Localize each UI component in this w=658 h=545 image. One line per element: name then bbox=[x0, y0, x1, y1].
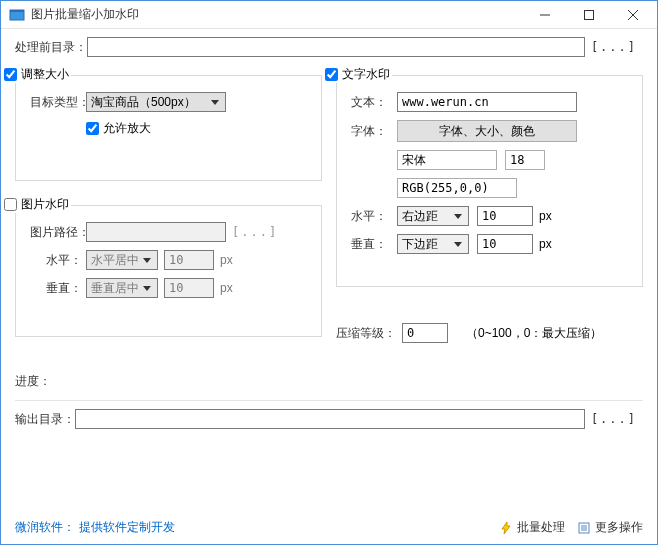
maximize-button[interactable] bbox=[567, 1, 611, 28]
image-wm-legend-text: 图片水印 bbox=[21, 196, 69, 213]
window-title: 图片批量缩小加水印 bbox=[31, 6, 523, 23]
image-wm-group: 图片水印 图片路径： [...] 水平： 水平居中 px 垂直： bbox=[15, 205, 322, 337]
text-wm-font-button[interactable]: 字体、大小、颜色 bbox=[397, 120, 577, 142]
content: 处理前目录： [...] 调整大小 目标类型： 淘宝商品（500px） bbox=[1, 29, 657, 513]
text-wm-checkbox[interactable] bbox=[325, 68, 338, 81]
text-wm-font-label: 字体： bbox=[351, 123, 397, 140]
image-wm-legend: 图片水印 bbox=[2, 196, 71, 213]
allow-enlarge-row: 允许放大 bbox=[86, 120, 309, 137]
input-dir-field[interactable] bbox=[87, 37, 585, 57]
image-wm-h-px: px bbox=[220, 253, 233, 267]
output-dir-label: 输出目录： bbox=[15, 411, 75, 428]
output-dir-row: 输出目录： [...] bbox=[15, 409, 643, 429]
text-wm-group: 文字水印 文本： 字体： 字体、大小、颜色 宋体 18 bbox=[336, 75, 643, 287]
resize-type-select[interactable]: 淘宝商品（500px） bbox=[86, 92, 226, 112]
text-wm-v-label: 垂直： bbox=[351, 236, 397, 253]
input-dir-label: 处理前目录： bbox=[15, 39, 87, 56]
window-root: 图片批量缩小加水印 处理前目录： [...] 调整大小 目标类型： bbox=[0, 0, 658, 545]
image-wm-v-row: 垂直： 垂直居中 px bbox=[30, 278, 309, 298]
text-wm-v-offset[interactable] bbox=[477, 234, 533, 254]
image-wm-browse: [...] bbox=[226, 222, 284, 242]
text-wm-text-row: 文本： bbox=[351, 92, 630, 112]
window-controls bbox=[523, 1, 655, 28]
image-wm-v-px: px bbox=[220, 281, 233, 295]
right-column: 文字水印 文本： 字体： 字体、大小、颜色 宋体 18 bbox=[336, 69, 643, 351]
resize-group: 调整大小 目标类型： 淘宝商品（500px） 允许放大 bbox=[15, 75, 322, 181]
app-icon bbox=[9, 7, 25, 23]
compress-row: 压缩等级： （0~100，0：最大压缩） bbox=[336, 323, 643, 343]
text-wm-text-field[interactable] bbox=[397, 92, 577, 112]
input-dir-row: 处理前目录： [...] bbox=[15, 37, 643, 57]
resize-type-row: 目标类型： 淘宝商品（500px） bbox=[30, 92, 309, 112]
text-wm-v-row: 垂直： 下边距 px bbox=[351, 234, 630, 254]
progress-label: 进度： bbox=[15, 373, 51, 390]
image-wm-checkbox[interactable] bbox=[4, 198, 17, 211]
output-dir-browse[interactable]: [...] bbox=[585, 409, 643, 429]
columns: 调整大小 目标类型： 淘宝商品（500px） 允许放大 bbox=[15, 69, 643, 351]
text-wm-h-select[interactable]: 右边距 bbox=[397, 206, 469, 226]
text-wm-fontcolor-row: RGB(255,0,0) bbox=[397, 178, 630, 198]
text-wm-fontname-row: 宋体 18 bbox=[397, 150, 630, 170]
svg-rect-3 bbox=[585, 10, 594, 19]
image-wm-path-field bbox=[86, 222, 226, 242]
progress-row: 进度： bbox=[15, 373, 643, 390]
text-wm-legend-text: 文字水印 bbox=[342, 66, 390, 83]
text-wm-h-label: 水平： bbox=[351, 208, 397, 225]
titlebar: 图片批量缩小加水印 bbox=[1, 1, 657, 29]
image-wm-path-label: 图片路径： bbox=[30, 224, 86, 241]
minimize-button[interactable] bbox=[523, 1, 567, 28]
image-wm-v-select: 垂直居中 bbox=[86, 278, 158, 298]
image-wm-v-label: 垂直： bbox=[30, 280, 86, 297]
resize-legend: 调整大小 bbox=[2, 66, 71, 83]
more-actions-button[interactable]: 更多操作 bbox=[577, 519, 643, 536]
resize-type-label: 目标类型： bbox=[30, 94, 86, 111]
text-wm-v-select[interactable]: 下边距 bbox=[397, 234, 469, 254]
image-wm-h-label: 水平： bbox=[30, 252, 86, 269]
text-wm-h-row: 水平： 右边距 px bbox=[351, 206, 630, 226]
footer-company: 微润软件： bbox=[15, 519, 75, 536]
image-wm-path-row: 图片路径： [...] bbox=[30, 222, 309, 242]
menu-icon bbox=[577, 521, 591, 535]
input-dir-browse[interactable]: [...] bbox=[585, 37, 643, 57]
output-dir-field[interactable] bbox=[75, 409, 585, 429]
resize-checkbox[interactable] bbox=[4, 68, 17, 81]
footer-link[interactable]: 提供软件定制开发 bbox=[79, 519, 175, 536]
text-wm-v-px: px bbox=[539, 237, 552, 251]
text-wm-h-px: px bbox=[539, 209, 552, 223]
resize-legend-text: 调整大小 bbox=[21, 66, 69, 83]
allow-enlarge-checkbox-wrap[interactable]: 允许放大 bbox=[86, 120, 151, 137]
image-wm-h-select: 水平居中 bbox=[86, 250, 158, 270]
svg-rect-1 bbox=[10, 10, 24, 12]
allow-enlarge-checkbox[interactable] bbox=[86, 122, 99, 135]
image-wm-h-offset bbox=[164, 250, 214, 270]
text-wm-fontname: 宋体 bbox=[397, 150, 497, 170]
close-button[interactable] bbox=[611, 1, 655, 28]
footer: 微润软件： 提供软件定制开发 批量处理 更多操作 bbox=[1, 513, 657, 544]
text-wm-legend: 文字水印 bbox=[323, 66, 392, 83]
footer-actions: 批量处理 更多操作 bbox=[499, 519, 643, 536]
text-wm-h-offset[interactable] bbox=[477, 206, 533, 226]
image-wm-h-row: 水平： 水平居中 px bbox=[30, 250, 309, 270]
divider-1 bbox=[15, 400, 643, 401]
lightning-icon bbox=[499, 521, 513, 535]
compress-hint: （0~100，0：最大压缩） bbox=[466, 325, 602, 342]
allow-enlarge-label: 允许放大 bbox=[103, 120, 151, 137]
text-wm-fontcolor: RGB(255,0,0) bbox=[397, 178, 517, 198]
image-wm-v-offset bbox=[164, 278, 214, 298]
batch-process-button[interactable]: 批量处理 bbox=[499, 519, 565, 536]
left-column: 调整大小 目标类型： 淘宝商品（500px） 允许放大 bbox=[15, 69, 322, 351]
text-wm-fontsize: 18 bbox=[505, 150, 545, 170]
text-wm-text-label: 文本： bbox=[351, 94, 397, 111]
compress-field[interactable] bbox=[402, 323, 448, 343]
compress-label: 压缩等级： bbox=[336, 325, 396, 342]
text-wm-font-row: 字体： 字体、大小、颜色 bbox=[351, 120, 630, 142]
